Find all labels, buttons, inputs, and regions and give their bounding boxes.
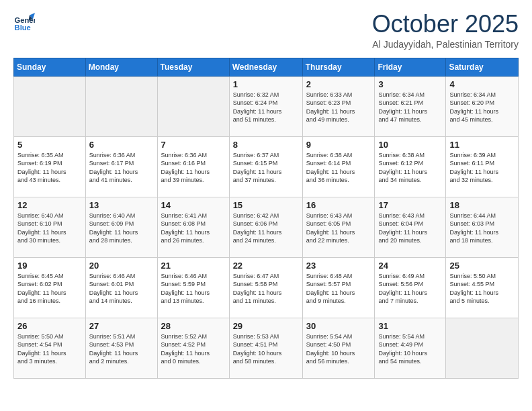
day-number: 9 bbox=[306, 140, 371, 150]
day-number: 7 bbox=[161, 140, 226, 150]
day-info: Sunrise: 6:46 AM Sunset: 6:01 PM Dayligh… bbox=[89, 272, 154, 306]
calendar-cell: 27Sunrise: 5:51 AM Sunset: 4:53 PM Dayli… bbox=[85, 318, 157, 378]
day-number: 1 bbox=[233, 79, 299, 89]
col-header-tuesday: Tuesday bbox=[157, 58, 229, 76]
calendar-cell: 25Sunrise: 5:50 AM Sunset: 4:55 PM Dayli… bbox=[446, 257, 519, 318]
calendar-cell: 6Sunrise: 6:36 AM Sunset: 6:17 PM Daylig… bbox=[85, 136, 157, 197]
day-number: 17 bbox=[378, 200, 442, 210]
calendar-cell: 3Sunrise: 6:34 AM Sunset: 6:21 PM Daylig… bbox=[375, 76, 446, 136]
calendar-cell: 16Sunrise: 6:43 AM Sunset: 6:05 PM Dayli… bbox=[302, 197, 375, 257]
location: Al Judayyidah, Palestinian Territory bbox=[372, 39, 519, 50]
calendar-cell: 5Sunrise: 6:35 AM Sunset: 6:19 PM Daylig… bbox=[14, 136, 86, 197]
calendar-cell: 20Sunrise: 6:46 AM Sunset: 6:01 PM Dayli… bbox=[85, 257, 157, 318]
day-number: 29 bbox=[233, 321, 299, 331]
calendar-cell: 18Sunrise: 6:44 AM Sunset: 6:03 PM Dayli… bbox=[446, 197, 519, 257]
calendar-cell: 31Sunrise: 5:54 AM Sunset: 4:49 PM Dayli… bbox=[375, 318, 446, 378]
col-header-friday: Friday bbox=[375, 58, 446, 76]
day-info: Sunrise: 6:42 AM Sunset: 6:06 PM Dayligh… bbox=[233, 212, 299, 245]
day-number: 13 bbox=[89, 200, 154, 210]
day-info: Sunrise: 6:43 AM Sunset: 6:04 PM Dayligh… bbox=[378, 212, 442, 245]
day-number: 23 bbox=[306, 261, 371, 271]
day-info: Sunrise: 5:50 AM Sunset: 4:54 PM Dayligh… bbox=[17, 332, 82, 366]
calendar-cell: 4Sunrise: 6:34 AM Sunset: 6:20 PM Daylig… bbox=[446, 76, 519, 136]
day-info: Sunrise: 6:40 AM Sunset: 6:10 PM Dayligh… bbox=[17, 212, 82, 245]
day-info: Sunrise: 6:40 AM Sunset: 6:09 PM Dayligh… bbox=[89, 212, 154, 245]
calendar-cell: 13Sunrise: 6:40 AM Sunset: 6:09 PM Dayli… bbox=[85, 197, 157, 257]
day-number: 24 bbox=[378, 261, 442, 271]
day-number: 21 bbox=[161, 261, 226, 271]
col-header-monday: Monday bbox=[85, 58, 157, 76]
calendar-cell: 7Sunrise: 6:36 AM Sunset: 6:16 PM Daylig… bbox=[157, 136, 229, 197]
calendar-cell bbox=[85, 76, 157, 136]
calendar-cell: 26Sunrise: 5:50 AM Sunset: 4:54 PM Dayli… bbox=[14, 318, 86, 378]
day-number: 12 bbox=[17, 200, 82, 210]
title-block: October 2025 Al Judayyidah, Palestinian … bbox=[372, 11, 519, 50]
day-info: Sunrise: 6:34 AM Sunset: 6:21 PM Dayligh… bbox=[378, 91, 442, 124]
day-number: 25 bbox=[449, 261, 515, 271]
calendar-cell: 11Sunrise: 6:39 AM Sunset: 6:11 PM Dayli… bbox=[446, 136, 519, 197]
day-info: Sunrise: 6:38 AM Sunset: 6:12 PM Dayligh… bbox=[378, 151, 442, 185]
day-info: Sunrise: 6:33 AM Sunset: 6:23 PM Dayligh… bbox=[306, 91, 371, 124]
day-info: Sunrise: 6:41 AM Sunset: 6:08 PM Dayligh… bbox=[161, 212, 226, 245]
day-number: 2 bbox=[306, 79, 371, 89]
day-info: Sunrise: 6:43 AM Sunset: 6:05 PM Dayligh… bbox=[306, 212, 371, 245]
day-number: 31 bbox=[378, 321, 442, 331]
calendar-cell bbox=[157, 76, 229, 136]
day-number: 16 bbox=[306, 200, 371, 210]
svg-text:Blue: Blue bbox=[15, 24, 31, 32]
day-info: Sunrise: 5:52 AM Sunset: 4:52 PM Dayligh… bbox=[161, 332, 226, 366]
calendar-cell: 30Sunrise: 5:54 AM Sunset: 4:50 PM Dayli… bbox=[302, 318, 375, 378]
calendar-cell: 21Sunrise: 6:46 AM Sunset: 5:59 PM Dayli… bbox=[157, 257, 229, 318]
day-number: 19 bbox=[17, 261, 82, 271]
day-info: Sunrise: 6:35 AM Sunset: 6:19 PM Dayligh… bbox=[17, 151, 82, 185]
calendar-cell: 8Sunrise: 6:37 AM Sunset: 6:15 PM Daylig… bbox=[229, 136, 302, 197]
month-title: October 2025 bbox=[372, 11, 519, 38]
calendar-cell: 1Sunrise: 6:32 AM Sunset: 6:24 PM Daylig… bbox=[229, 76, 302, 136]
calendar-cell: 15Sunrise: 6:42 AM Sunset: 6:06 PM Dayli… bbox=[229, 197, 302, 257]
calendar-cell: 9Sunrise: 6:38 AM Sunset: 6:14 PM Daylig… bbox=[302, 136, 375, 197]
col-header-saturday: Saturday bbox=[446, 58, 519, 76]
day-info: Sunrise: 5:53 AM Sunset: 4:51 PM Dayligh… bbox=[233, 332, 299, 366]
day-info: Sunrise: 6:39 AM Sunset: 6:11 PM Dayligh… bbox=[449, 151, 515, 185]
calendar-cell: 14Sunrise: 6:41 AM Sunset: 6:08 PM Dayli… bbox=[157, 197, 229, 257]
calendar-cell: 29Sunrise: 5:53 AM Sunset: 4:51 PM Dayli… bbox=[229, 318, 302, 378]
calendar-cell: 24Sunrise: 6:49 AM Sunset: 5:56 PM Dayli… bbox=[375, 257, 446, 318]
col-header-sunday: Sunday bbox=[14, 58, 86, 76]
calendar-cell: 12Sunrise: 6:40 AM Sunset: 6:10 PM Dayli… bbox=[14, 197, 86, 257]
day-info: Sunrise: 6:47 AM Sunset: 5:58 PM Dayligh… bbox=[233, 272, 299, 306]
calendar-cell: 17Sunrise: 6:43 AM Sunset: 6:04 PM Dayli… bbox=[375, 197, 446, 257]
day-number: 15 bbox=[233, 200, 299, 210]
calendar-cell: 19Sunrise: 6:45 AM Sunset: 6:02 PM Dayli… bbox=[14, 257, 86, 318]
day-number: 5 bbox=[17, 140, 82, 150]
calendar-cell: 2Sunrise: 6:33 AM Sunset: 6:23 PM Daylig… bbox=[302, 76, 375, 136]
day-number: 26 bbox=[17, 321, 82, 331]
day-number: 18 bbox=[449, 200, 515, 210]
day-number: 22 bbox=[233, 261, 299, 271]
calendar-cell bbox=[446, 318, 519, 378]
calendar-cell: 28Sunrise: 5:52 AM Sunset: 4:52 PM Dayli… bbox=[157, 318, 229, 378]
day-number: 10 bbox=[378, 140, 442, 150]
calendar-cell: 22Sunrise: 6:47 AM Sunset: 5:58 PM Dayli… bbox=[229, 257, 302, 318]
logo: General Blue bbox=[13, 11, 35, 32]
day-info: Sunrise: 6:38 AM Sunset: 6:14 PM Dayligh… bbox=[306, 151, 371, 185]
day-number: 14 bbox=[161, 200, 226, 210]
calendar-cell: 10Sunrise: 6:38 AM Sunset: 6:12 PM Dayli… bbox=[375, 136, 446, 197]
calendar-table: SundayMondayTuesdayWednesdayThursdayFrid… bbox=[13, 58, 519, 379]
day-info: Sunrise: 6:45 AM Sunset: 6:02 PM Dayligh… bbox=[17, 272, 82, 306]
logo-icon: General Blue bbox=[13, 11, 35, 32]
day-info: Sunrise: 6:46 AM Sunset: 5:59 PM Dayligh… bbox=[161, 272, 226, 306]
col-header-thursday: Thursday bbox=[302, 58, 375, 76]
day-info: Sunrise: 6:44 AM Sunset: 6:03 PM Dayligh… bbox=[449, 212, 515, 245]
col-header-wednesday: Wednesday bbox=[229, 58, 302, 76]
day-number: 28 bbox=[161, 321, 226, 331]
page-header: General Blue October 2025 Al Judayyidah,… bbox=[13, 11, 519, 50]
day-info: Sunrise: 5:54 AM Sunset: 4:49 PM Dayligh… bbox=[378, 332, 442, 366]
day-info: Sunrise: 5:51 AM Sunset: 4:53 PM Dayligh… bbox=[89, 332, 154, 366]
day-number: 4 bbox=[449, 79, 515, 89]
calendar-cell: 23Sunrise: 6:48 AM Sunset: 5:57 PM Dayli… bbox=[302, 257, 375, 318]
day-info: Sunrise: 5:54 AM Sunset: 4:50 PM Dayligh… bbox=[306, 332, 371, 366]
day-info: Sunrise: 6:48 AM Sunset: 5:57 PM Dayligh… bbox=[306, 272, 371, 306]
day-info: Sunrise: 6:36 AM Sunset: 6:17 PM Dayligh… bbox=[89, 151, 154, 185]
day-number: 8 bbox=[233, 140, 299, 150]
day-number: 6 bbox=[89, 140, 154, 150]
